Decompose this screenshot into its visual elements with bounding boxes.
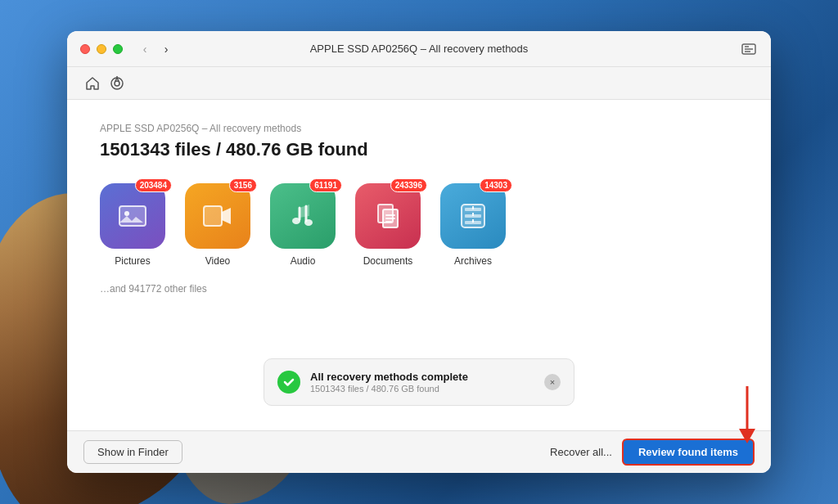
category-documents[interactable]: 243396 Documents — [355, 183, 421, 267]
svg-point-10 — [292, 218, 300, 224]
svg-marker-23 — [739, 429, 755, 443]
minimize-button[interactable] — [97, 44, 106, 54]
video-label: Video — [205, 255, 230, 267]
categories-grid: 203484 Pictures 3156 Video — [100, 183, 738, 267]
pictures-icon — [100, 183, 165, 249]
audio-badge: 61191 — [309, 178, 342, 192]
audio-icon-wrapper: 61191 — [270, 183, 336, 249]
archives-badge: 14303 — [480, 178, 512, 192]
documents-label: Documents — [363, 255, 413, 267]
category-pictures[interactable]: 203484 Pictures — [100, 183, 165, 267]
main-window: ‹ › APPLE SSD AP0256Q – All recovery met… — [67, 31, 771, 473]
completion-check-icon — [277, 371, 300, 394]
svg-point-5 — [115, 81, 119, 86]
completion-close-button[interactable]: × — [544, 374, 561, 390]
completion-text: All recovery methods complete 1501343 fi… — [310, 371, 534, 394]
archives-icon — [440, 183, 506, 249]
maximize-button[interactable] — [113, 44, 123, 54]
video-icon — [185, 183, 250, 249]
toolbar — [67, 67, 771, 100]
window-title: APPLE SSD AP0256Q – All recovery methods — [310, 43, 529, 55]
svg-rect-7 — [119, 206, 146, 226]
documents-icon-wrapper: 243396 — [355, 183, 421, 249]
pictures-icon-wrapper: 203484 — [100, 183, 165, 249]
video-icon-wrapper: 3156 — [185, 183, 250, 249]
main-title: 1501343 files / 480.76 GB found — [100, 139, 738, 160]
back-button[interactable]: ‹ — [136, 40, 154, 58]
completion-title: All recovery methods complete — [310, 371, 534, 383]
documents-icon — [355, 183, 421, 249]
breadcrumb: APPLE SSD AP0256Q – All recovery methods — [100, 123, 738, 134]
video-badge: 3156 — [229, 178, 257, 192]
pictures-badge: 203484 — [135, 178, 172, 192]
reader-icon[interactable] — [740, 40, 758, 58]
documents-badge: 243396 — [390, 178, 427, 192]
forward-button[interactable]: › — [157, 40, 175, 58]
svg-point-8 — [124, 211, 129, 216]
bottom-bar: Show in Finder Recover all... Review fou… — [67, 430, 771, 473]
other-files-text: …and 941772 other files — [100, 283, 738, 295]
content-area: APPLE SSD AP0256Q – All recovery methods… — [67, 100, 771, 430]
nav-buttons: ‹ › — [136, 40, 175, 58]
completion-banner: All recovery methods complete 1501343 fi… — [264, 358, 574, 406]
archives-icon-wrapper: 14303 — [440, 183, 506, 249]
home-icon[interactable] — [83, 74, 101, 92]
recover-all-button[interactable]: Recover all... — [550, 446, 612, 458]
completion-subtitle: 1501343 files / 480.76 GB found — [310, 384, 534, 394]
audio-icon — [270, 183, 336, 249]
archives-label: Archives — [454, 255, 492, 267]
svg-point-11 — [304, 219, 313, 226]
arrow-indicator — [735, 386, 759, 447]
titlebar-right — [740, 40, 758, 58]
svg-point-4 — [111, 78, 123, 89]
close-button[interactable] — [80, 44, 90, 54]
scan-icon[interactable] — [108, 74, 126, 92]
titlebar: ‹ › APPLE SSD AP0256Q – All recovery met… — [67, 31, 771, 67]
category-archives[interactable]: 14303 Archives — [440, 183, 506, 267]
svg-rect-9 — [204, 206, 222, 226]
category-audio[interactable]: 61191 Audio — [270, 183, 336, 267]
pictures-label: Pictures — [115, 255, 150, 267]
bottom-right-actions: Recover all... Review found items — [550, 439, 755, 466]
traffic-lights — [80, 44, 123, 54]
show-in-finder-button[interactable]: Show in Finder — [83, 440, 182, 464]
audio-label: Audio — [291, 255, 316, 267]
category-video[interactable]: 3156 Video — [185, 183, 250, 267]
